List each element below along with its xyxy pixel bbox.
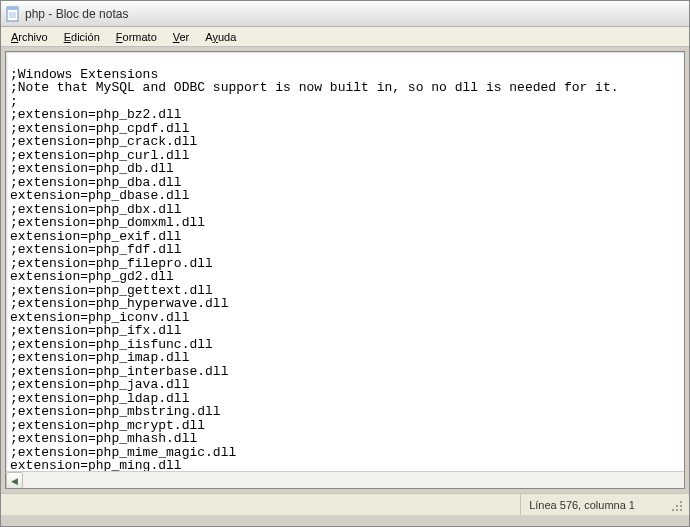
statusbar: Línea 576, columna 1 [1, 493, 689, 515]
titlebar: php - Bloc de notas [1, 1, 689, 27]
cursor-position: Línea 576, columna 1 [520, 494, 665, 515]
menu-formato[interactable]: Formato [108, 29, 165, 45]
menu-edicion[interactable]: Edición [56, 29, 108, 45]
window-title: php - Bloc de notas [25, 7, 128, 21]
menubar: Archivo Edición Formato Ver Ayuda [1, 27, 689, 47]
text-content[interactable]: ;Windows Extensions ;Note that MySQL and… [6, 52, 684, 489]
menu-archivo[interactable]: Archivo [3, 29, 56, 45]
scroll-left-button[interactable]: ◀ [6, 472, 23, 489]
notepad-icon [5, 6, 21, 22]
scroll-track[interactable] [23, 472, 684, 488]
menu-ver[interactable]: Ver [165, 29, 198, 45]
menu-ayuda[interactable]: Ayuda [197, 29, 244, 45]
editor-area[interactable]: ;Windows Extensions ;Note that MySQL and… [5, 51, 685, 489]
horizontal-scrollbar[interactable]: ◀ [6, 471, 684, 488]
chevron-left-icon: ◀ [11, 476, 18, 486]
resize-grip[interactable] [669, 498, 683, 512]
svg-rect-1 [7, 7, 18, 10]
